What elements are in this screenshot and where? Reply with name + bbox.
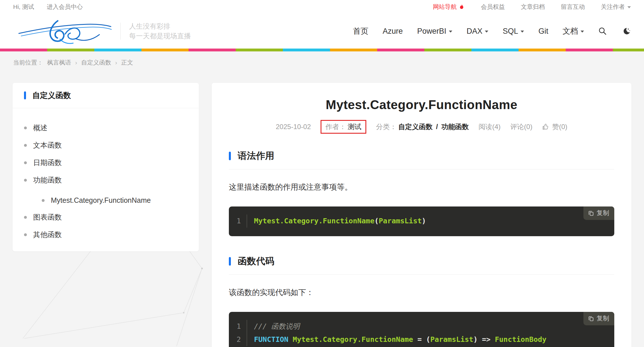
publish-date: 2025-10-02 [276,123,311,131]
sidebar-item-current-function[interactable]: Mytest.Category.FunctionName [42,196,187,204]
line-number: 1 [229,214,247,228]
archive-link[interactable]: 文章归档 [521,3,545,11]
like-count: 赞(0) [552,122,567,131]
nav-powerbi[interactable]: PowerBI [417,27,452,36]
breadcrumb-separator: › [75,58,77,67]
section-syntax: 语法作用 这里描述函数的作用或注意事项等。 复制 1 Mytest.Catego… [229,150,614,236]
code-line: 1 Mytest.Category.FunctionName(ParamsLis… [229,214,606,228]
tagline-line-1: 人生没有彩排 [129,21,191,31]
category-label: 分类： [376,122,397,131]
toc-list: 概述 文本函数 日期函数 功能函数 Mytest.Category.Functi… [13,108,199,251]
copy-icon [588,210,594,216]
toc-sidebar: 自定义函数 概述 文本函数 日期函数 功能函数 Mytest.Category.… [13,83,199,251]
section-paragraph: 该函数的实现代码如下： [229,287,614,298]
copy-button[interactable]: 复制 [583,206,614,220]
breadcrumb-category[interactable]: 自定义函数 [81,58,111,67]
sidebar-item-date-functions[interactable]: 日期函数 [24,158,187,167]
code-token: ParamsList [379,217,422,225]
code-token: ParamsList [430,335,473,344]
code-token: /// 函数说明 [254,322,300,330]
nav-powerbi-label: PowerBI [417,27,446,36]
copy-button[interactable]: 复制 [583,312,614,325]
category-link-2[interactable]: 功能函数 [441,122,469,131]
code-line: 1 /// 函数说明 [229,320,606,333]
code-token: Mytest.Category.FunctionName [254,217,374,225]
sidebar-item-label: Mytest.Category.FunctionName [51,196,151,204]
sidebar-item-other-functions[interactable]: 其他函数 [24,230,187,239]
nav-home[interactable]: 首页 [353,26,368,36]
breadcrumb-current: 正文 [121,58,133,67]
message-board-link[interactable]: 留言互动 [561,3,585,11]
chevron-down-icon [581,31,584,33]
signature-logo[interactable] [17,17,113,45]
accent-bar [229,152,231,160]
breadcrumb: 当前位置： 枫言枫语 › 自定义函数 › 正文 [0,51,644,83]
comment-count: 评论(0) [510,122,532,131]
section-divider [229,274,614,275]
bullet-icon [24,161,27,164]
sidebar-item-text-functions[interactable]: 文本函数 [24,141,187,150]
tagline-line-2: 每一天都是现场直播 [129,31,191,41]
sidebar-item-chart-functions[interactable]: 图表函数 [24,212,187,222]
nav-sql-label: SQL [503,27,518,36]
line-number: 1 [229,320,247,333]
toc-header: 自定义函数 [13,83,199,108]
line-number: 2 [229,333,247,346]
nav-dax[interactable]: DAX [467,27,489,36]
nav-docs[interactable]: 文档 [563,26,584,36]
code-text: Mytest.Category.FunctionName(ParamsList) [247,214,426,228]
article-meta: 2025-10-02 作者： 测试 分类： 自定义函数 / 功能函数 阅读(4)… [229,120,614,134]
chevron-down-icon [449,31,452,33]
moon-icon[interactable] [622,27,631,35]
code-token: Mytest.Category.FunctionName [293,335,413,344]
accent-bar [229,257,231,266]
nav-sql[interactable]: SQL [503,27,524,36]
member-benefits-link[interactable]: 会员权益 [481,3,505,11]
site-header: 人生没有彩排 每一天都是现场直播 首页 Azure PowerBI DAX SQ… [0,14,644,49]
code-text: /// 函数说明 [247,320,300,333]
section-heading: 语法作用 [238,150,274,162]
code-line: 2 FUNCTION Mytest.Category.FunctionName … [229,333,606,346]
code-token: ) => [473,335,495,344]
main-nav: 首页 Azure PowerBI DAX SQL Git 文档 [353,26,631,36]
section-heading: 函数代码 [238,255,274,268]
code-token: FUNCTION [254,335,288,344]
bullet-icon [24,179,27,182]
code-token [288,335,293,344]
code-token: = ( [413,335,430,344]
code-token: ( [374,217,379,225]
author-name: 测试 [348,122,361,131]
sidebar-item-label: 图表函数 [33,212,62,222]
copy-label: 复制 [597,209,609,217]
chevron-down-icon [627,6,631,8]
member-center-link[interactable]: 进入会员中心 [47,3,83,11]
site-nav-link[interactable]: 网站导航 [433,3,465,11]
search-icon[interactable] [598,27,607,35]
sidebar-item-overview[interactable]: 概述 [24,123,187,133]
bullet-icon [24,144,27,147]
sidebar-item-label: 其他函数 [33,230,62,239]
author-label: 作者： [325,122,346,131]
category-separator: / [436,123,438,131]
code-block-syntax: 复制 1 Mytest.Category.FunctionName(Params… [229,206,614,236]
like-button[interactable]: 赞(0) [542,122,567,131]
site-tagline: 人生没有彩排 每一天都是现场直播 [129,21,191,41]
bullet-icon [42,199,45,202]
nav-azure[interactable]: Azure [383,27,403,36]
bullet-icon [24,233,27,236]
code-block-implementation: 复制 1 /// 函数说明 2 FUNCTION Mytest.Category… [229,312,614,347]
thumbs-up-icon [542,123,549,131]
breadcrumb-home[interactable]: 枫言枫语 [47,58,71,67]
chevron-down-icon [521,31,524,33]
sidebar-item-feature-functions[interactable]: 功能函数 [24,175,187,185]
user-greeting: Hi, 测试 [13,3,34,11]
category-link-1[interactable]: 自定义函数 [398,122,433,131]
chevron-down-icon [485,31,488,33]
toc-title: 自定义函数 [32,90,71,101]
article-card: Mytest.Category.FunctionName 2025-10-02 … [212,83,631,347]
nav-git[interactable]: Git [538,27,548,36]
sidebar-item-label: 功能函数 [33,175,62,185]
section-paragraph: 这里描述函数的作用或注意事项等。 [229,182,614,192]
follow-author-link[interactable]: 关注作者 [601,3,631,11]
sidebar-item-label: 文本函数 [33,141,62,150]
